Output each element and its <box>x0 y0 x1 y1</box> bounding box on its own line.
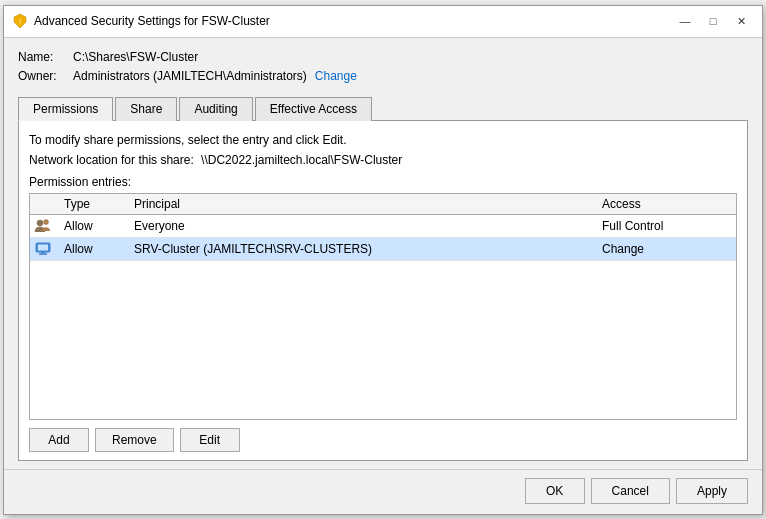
network-location-label: Network location for this share: <box>29 153 194 167</box>
owner-label: Owner: <box>18 69 73 83</box>
title-bar-left: ! Advanced Security Settings for FSW-Clu… <box>12 13 270 29</box>
row1-type: Allow <box>64 219 134 233</box>
svg-rect-5 <box>38 244 48 250</box>
svg-rect-7 <box>39 253 47 254</box>
svg-point-3 <box>44 219 49 224</box>
add-button[interactable]: Add <box>29 428 89 452</box>
row2-access: Change <box>602 242 732 256</box>
edit-button[interactable]: Edit <box>180 428 240 452</box>
computer-icon <box>34 240 52 258</box>
users-icon <box>34 217 52 235</box>
window-icon: ! <box>12 13 28 29</box>
tab-auditing[interactable]: Auditing <box>179 97 252 121</box>
permission-entries-label: Permission entries: <box>29 175 737 189</box>
change-owner-link[interactable]: Change <box>315 69 357 83</box>
name-value: C:\Shares\FSW-Cluster <box>73 50 198 64</box>
svg-point-2 <box>37 220 43 226</box>
apply-button[interactable]: Apply <box>676 478 748 504</box>
row1-access: Full Control <box>602 219 732 233</box>
name-label: Name: <box>18 50 73 64</box>
permission-table: Type Principal Access <box>29 193 737 420</box>
minimize-button[interactable]: — <box>672 11 698 31</box>
owner-row: Owner: Administrators (JAMILTECH\Adminis… <box>18 69 748 83</box>
row2-principal: SRV-Cluster (JAMILTECH\SRV-CLUSTERS) <box>134 242 602 256</box>
owner-value: Administrators (JAMILTECH\Administrators… <box>73 69 307 83</box>
window-title: Advanced Security Settings for FSW-Clust… <box>34 14 270 28</box>
remove-button[interactable]: Remove <box>95 428 174 452</box>
description-text: To modify share permissions, select the … <box>29 131 737 149</box>
col-header-type: Type <box>64 197 134 211</box>
action-buttons: Add Remove Edit <box>29 428 737 452</box>
col-header-icon <box>34 197 64 211</box>
network-location-row: Network location for this share: \\DC202… <box>29 153 737 167</box>
maximize-button[interactable]: □ <box>700 11 726 31</box>
row2-icon <box>34 240 64 258</box>
tabs-bar: Permissions Share Auditing Effective Acc… <box>18 96 748 121</box>
main-window: ! Advanced Security Settings for FSW-Clu… <box>3 5 763 515</box>
tab-permissions[interactable]: Permissions <box>18 97 113 121</box>
dialog-footer: OK Cancel Apply <box>4 469 762 514</box>
svg-text:!: ! <box>19 17 21 26</box>
name-row: Name: C:\Shares\FSW-Cluster <box>18 50 748 64</box>
title-bar: ! Advanced Security Settings for FSW-Clu… <box>4 6 762 38</box>
tab-share[interactable]: Share <box>115 97 177 121</box>
tab-content-permissions: To modify share permissions, select the … <box>18 121 748 461</box>
ok-button[interactable]: OK <box>525 478 585 504</box>
table-row[interactable]: Allow SRV-Cluster (JAMILTECH\SRV-CLUSTER… <box>30 238 736 261</box>
table-row[interactable]: Allow Everyone Full Control <box>30 215 736 238</box>
row1-icon <box>34 217 64 235</box>
cancel-button[interactable]: Cancel <box>591 478 670 504</box>
dialog-content: Name: C:\Shares\FSW-Cluster Owner: Admin… <box>4 38 762 469</box>
tab-effective-access[interactable]: Effective Access <box>255 97 372 121</box>
close-button[interactable]: ✕ <box>728 11 754 31</box>
row1-principal: Everyone <box>134 219 602 233</box>
network-location-value: \\DC2022.jamiltech.local\FSW-Cluster <box>201 153 402 167</box>
row2-type: Allow <box>64 242 134 256</box>
col-header-principal: Principal <box>134 197 602 211</box>
title-controls: — □ ✕ <box>672 11 754 31</box>
table-header: Type Principal Access <box>30 194 736 215</box>
col-header-access: Access <box>602 197 732 211</box>
